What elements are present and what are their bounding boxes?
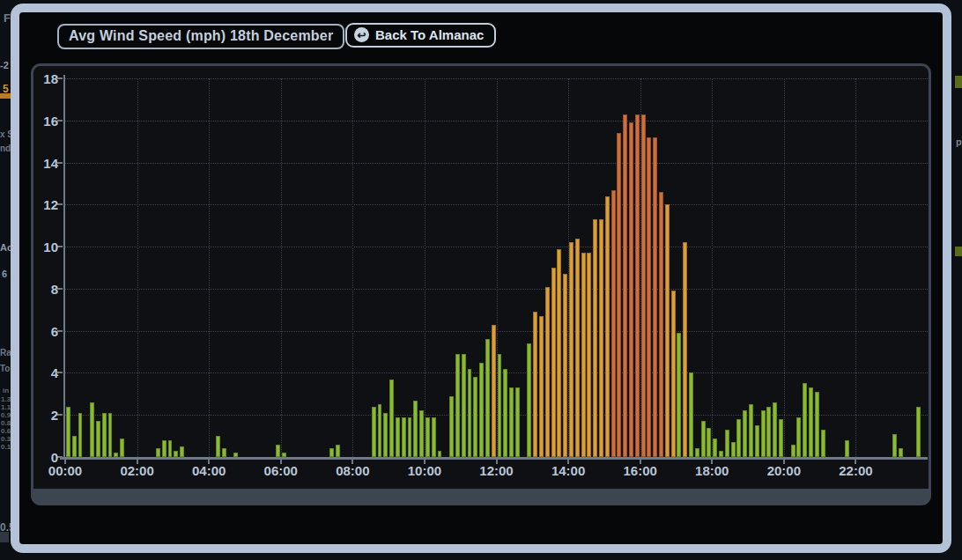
wind-speed-bar-23:00[interactable] <box>892 434 897 457</box>
wind-speed-bar-19:50[interactable] <box>779 419 783 457</box>
wind-speed-bar-16:10[interactable] <box>647 137 651 457</box>
wind-speed-bar-14:00[interactable] <box>569 242 574 457</box>
wind-speed-bar-04:10[interactable] <box>216 436 220 457</box>
wind-speed-bar-18:20[interactable] <box>725 430 729 457</box>
wind-speed-bar-07:20[interactable] <box>329 448 334 457</box>
wind-speed-bar-11:30[interactable] <box>479 363 484 458</box>
wind-speed-bar-17:00[interactable] <box>677 333 681 457</box>
wind-speed-bar-18:30[interactable] <box>731 442 736 457</box>
wind-speed-bar-13:10[interactable] <box>539 316 544 457</box>
back-to-almanac-button[interactable]: ↩ Back To Almanac <box>345 23 496 48</box>
wind-speed-bar-19:00[interactable] <box>749 404 753 457</box>
wind-speed-bar-11:00[interactable] <box>462 354 466 457</box>
wind-speed-bar-16:00[interactable] <box>641 114 646 457</box>
wind-speed-bar-03:00[interactable] <box>174 451 178 457</box>
wind-speed-bar-11:50[interactable] <box>492 325 496 458</box>
wind-speed-bar-13:40[interactable] <box>557 249 561 458</box>
wind-speed-bar-09:10[interactable] <box>396 417 400 457</box>
wind-speed-bar-08:30[interactable] <box>372 407 376 457</box>
wind-speed-bar-11:10[interactable] <box>468 369 472 457</box>
wind-speed-bar-15:40[interactable] <box>629 122 633 457</box>
wind-speed-bar-20:30[interactable] <box>803 383 807 457</box>
wind-speed-bar-01:10[interactable] <box>108 413 113 457</box>
wind-speed-bar-18:40[interactable] <box>736 419 741 457</box>
wind-speed-bar-09:30[interactable] <box>408 417 412 457</box>
wind-speed-bar-00:00[interactable] <box>66 407 70 457</box>
wind-speed-bar-18:10[interactable] <box>719 451 723 457</box>
wind-speed-bar-17:10[interactable] <box>683 242 687 457</box>
wind-speed-bar-03:10[interactable] <box>180 446 184 457</box>
wind-speed-bar-10:10[interactable] <box>432 417 436 457</box>
wind-speed-bar-12:50[interactable] <box>527 343 531 457</box>
wind-speed-bar-13:00[interactable] <box>533 312 537 457</box>
wind-speed-bar-07:30[interactable] <box>336 445 340 457</box>
wind-speed-bar-17:30[interactable] <box>695 448 699 457</box>
wind-speed-bar-10:50[interactable] <box>455 354 460 457</box>
wind-speed-bar-14:50[interactable] <box>599 219 603 457</box>
wind-speed-bar-09:20[interactable] <box>402 417 406 457</box>
wind-speed-bar-20:20[interactable] <box>796 417 801 457</box>
wind-speed-bar-14:20[interactable] <box>581 253 586 457</box>
wind-speed-bar-10:40[interactable] <box>449 396 454 457</box>
wind-speed-bar-17:20[interactable] <box>689 372 693 457</box>
wind-speed-bar-23:10[interactable] <box>899 448 903 457</box>
wind-speed-bar-11:20[interactable] <box>473 377 477 457</box>
wind-speed-bar-19:30[interactable] <box>766 407 771 457</box>
wind-speed-bar-18:00[interactable] <box>713 438 717 458</box>
wind-speed-bar-09:50[interactable] <box>419 410 424 457</box>
wind-speed-bar-01:20[interactable] <box>114 453 118 457</box>
wind-speed-bar-00:40[interactable] <box>90 402 94 457</box>
wind-speed-bar-19:40[interactable] <box>773 402 777 457</box>
wind-speed-bar-13:30[interactable] <box>551 268 556 457</box>
wind-speed-bar-00:50[interactable] <box>96 421 100 457</box>
wind-speed-bar-23:40[interactable] <box>916 407 921 457</box>
wind-speed-bar-18:50[interactable] <box>743 410 747 457</box>
wind-speed-bar-16:30[interactable] <box>659 192 663 457</box>
wind-speed-bar-12:30[interactable] <box>515 387 520 457</box>
wind-speed-bar-00:20[interactable] <box>78 413 83 457</box>
wind-speed-bar-15:00[interactable] <box>605 196 610 457</box>
wind-speed-bar-15:20[interactable] <box>617 133 621 457</box>
wind-speed-bar-10:20[interactable] <box>438 451 442 457</box>
wind-speed-bar-10:00[interactable] <box>426 417 430 457</box>
wind-speed-bar-20:50[interactable] <box>815 392 819 457</box>
wind-speed-bar-20:40[interactable] <box>809 387 813 457</box>
wind-speed-bar-02:50[interactable] <box>168 440 173 457</box>
wind-speed-bar-17:40[interactable] <box>701 421 706 457</box>
wind-speed-bar-14:30[interactable] <box>587 253 591 457</box>
wind-speed-bar-16:20[interactable] <box>653 137 657 457</box>
wind-speed-bar-16:50[interactable] <box>671 291 676 457</box>
wind-speed-bar-04:20[interactable] <box>222 448 226 457</box>
wind-speed-bar-13:20[interactable] <box>545 287 550 458</box>
wind-speed-bar-13:50[interactable] <box>563 274 567 457</box>
wind-speed-bar-04:40[interactable] <box>233 453 238 457</box>
wind-speed-bar-09:40[interactable] <box>413 401 418 458</box>
wind-speed-bar-02:30[interactable] <box>156 448 160 457</box>
wind-speed-bar-09:00[interactable] <box>389 379 394 457</box>
wind-speed-bar-06:00[interactable] <box>282 453 286 457</box>
wind-speed-bar-20:10[interactable] <box>791 445 796 457</box>
wind-speed-bar-15:50[interactable] <box>635 114 640 457</box>
wind-speed-bar-19:10[interactable] <box>755 425 759 457</box>
wind-speed-bar-21:40[interactable] <box>845 440 849 457</box>
wind-speed-bar-02:40[interactable] <box>162 440 166 457</box>
wind-speed-bar-00:10[interactable] <box>72 436 77 457</box>
wind-speed-bar-12:20[interactable] <box>509 387 514 457</box>
wind-speed-bar-12:10[interactable] <box>503 369 507 457</box>
wind-speed-bar-14:40[interactable] <box>593 219 597 457</box>
wind-speed-bar-15:30[interactable] <box>623 114 627 457</box>
wind-speed-bar-11:40[interactable] <box>485 339 490 457</box>
wind-speed-bar-05:50[interactable] <box>276 445 280 457</box>
wind-speed-bar-01:00[interactable] <box>102 413 107 457</box>
wind-speed-bar-14:10[interactable] <box>575 239 580 457</box>
wind-speed-bar-01:30[interactable] <box>120 438 124 458</box>
wind-speed-bar-16:40[interactable] <box>665 204 670 457</box>
wind-speed-bar-17:50[interactable] <box>707 428 711 457</box>
wind-speed-bar-08:40[interactable] <box>378 404 382 457</box>
wind-speed-bar-12:00[interactable] <box>498 354 502 457</box>
v-gridline <box>784 78 785 457</box>
wind-speed-bar-15:10[interactable] <box>611 190 616 457</box>
wind-speed-bar-19:20[interactable] <box>761 410 766 457</box>
wind-speed-bar-08:50[interactable] <box>383 413 388 457</box>
wind-speed-bar-21:00[interactable] <box>821 430 825 457</box>
